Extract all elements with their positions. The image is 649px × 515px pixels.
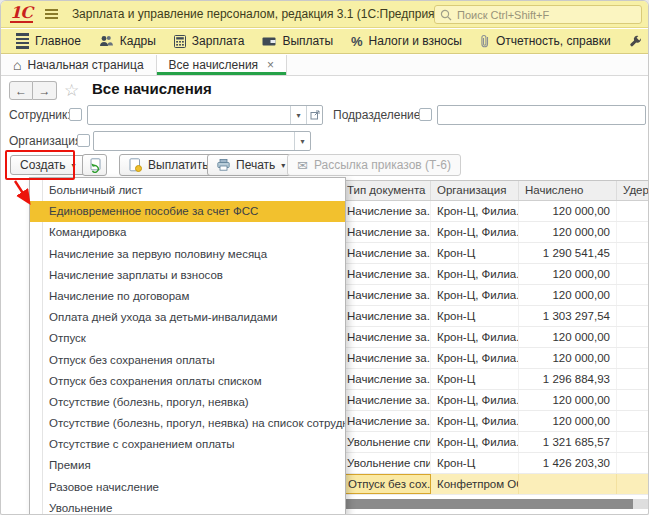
cell-organization: Крон-Ц, Филиа...	[431, 285, 519, 305]
mail-icon: ✉	[297, 158, 308, 173]
window-title: Зарплата и управление персоналом, редакц…	[72, 7, 458, 21]
open-item-icon[interactable]	[306, 106, 322, 124]
column-header-doc-type[interactable]: Тип документа	[341, 181, 431, 200]
create-menu-item[interactable]: Единовременное пособие за счет ФСС	[30, 201, 345, 222]
create-menu-item-label: Отпуск без сохранения оплаты	[49, 354, 215, 366]
cell-accrued	[519, 474, 617, 494]
department-checkbox[interactable]	[419, 108, 432, 121]
create-menu-item[interactable]: Увольнение	[30, 498, 345, 515]
create-menu-item[interactable]: Начисление за первую половину месяца	[30, 244, 345, 265]
create-dropdown-menu: Больничный лист Единовременное пособие з…	[29, 177, 346, 515]
organization-checkbox[interactable]	[77, 134, 90, 147]
scrollbar-thumb[interactable]	[346, 499, 633, 509]
create-menu-item[interactable]: Отсутствие (болезнь, прогул, неявка)	[30, 392, 345, 413]
pay-button[interactable]: Выплатить	[119, 154, 219, 176]
cell-doc-type: Начисление за...	[341, 285, 431, 305]
table-row[interactable]: Начисление за... Крон-Ц, Филиа... 120 00…	[341, 390, 649, 411]
department-combobox[interactable]	[437, 105, 646, 125]
create-menu-item[interactable]: Отсутствие с сохранением оплаты	[30, 434, 345, 455]
cell-organization: Крон-Ц, Филиа...	[431, 264, 519, 284]
create-menu-item[interactable]: Начисление по договорам	[30, 286, 345, 307]
chevron-down-icon[interactable]: ▾	[294, 132, 310, 150]
section-nalogi[interactable]: % Налоги и взносы	[342, 29, 471, 53]
create-menu-item[interactable]: Начисление зарплаты и взносов	[30, 265, 345, 286]
cell-accrued: 120 000,00	[519, 327, 617, 347]
main-menu-hamburger-icon[interactable]	[45, 9, 58, 19]
forward-button[interactable]: →	[33, 81, 57, 100]
chevron-down-icon: ▾	[281, 161, 285, 170]
cell-accrued: 1 321 685,57	[519, 432, 617, 452]
table-row[interactable]: Начисление за... Крон-Ц, Филиа... 120 00…	[341, 411, 649, 432]
cell-accrued: 120 000,00	[519, 201, 617, 221]
section-kadry[interactable]: Кадры	[90, 29, 165, 53]
column-header-withheld[interactable]: Удержано	[617, 181, 649, 200]
create-menu-item-label: Командировка	[49, 226, 126, 238]
close-tab-icon[interactable]: ×	[267, 58, 274, 72]
table-row[interactable]: Начисление за... Крон-Ц, Филиа... 120 00…	[341, 222, 649, 243]
percent-icon: %	[351, 34, 363, 49]
print-button[interactable]: Печать ▾	[207, 154, 295, 176]
table-row[interactable]: Начисление за... Крон-Ц 1 290 541,45	[341, 243, 649, 264]
chevron-down-icon[interactable]: ▾	[290, 106, 306, 124]
section-label: Налоги и взносы	[369, 34, 462, 48]
section-zarplata[interactable]: Зарплата	[165, 29, 254, 53]
employee-combobox[interactable]: ▾	[87, 105, 323, 125]
organization-combobox[interactable]: ▾	[93, 131, 311, 151]
create-menu-item[interactable]: Больничный лист	[30, 180, 345, 201]
create-menu-item-label: Оплата дней ухода за детьми-инвалидами	[49, 311, 277, 323]
title-bar: 1С Зарплата и управление персоналом, ред…	[1, 1, 648, 28]
search-placeholder: Поиск Ctrl+Shift+F	[457, 9, 549, 21]
create-menu-item-label: Единовременное пособие за счет ФСС	[49, 205, 258, 217]
cell-doc-type: Начисление за...	[341, 222, 431, 242]
table-row[interactable]: Начисление за... Крон-Ц, Филиа... 120 00…	[341, 285, 649, 306]
employee-checkbox[interactable]	[69, 108, 82, 121]
section-glavnoe[interactable]: Главное	[7, 29, 90, 53]
section-vyplaty[interactable]: Выплаты	[253, 29, 342, 53]
horizontal-scrollbar[interactable]	[346, 499, 649, 509]
table-row[interactable]: Начисление за... Крон-Ц, Филиа... 120 00…	[341, 201, 649, 222]
create-button[interactable]: Создать ▾	[10, 155, 86, 175]
create-menu-item[interactable]: Разовое начисление	[30, 477, 345, 498]
create-menu-item[interactable]: Отпуск без сохранения оплаты списком	[30, 371, 345, 392]
tab-all-accruals[interactable]: Все начисления ×	[156, 55, 288, 75]
table-header-row: Тип документа Организация Начислено Удер…	[341, 180, 649, 201]
section-nastroyka[interactable]: Настройка	[620, 29, 649, 53]
back-button[interactable]: ←	[9, 81, 33, 100]
create-menu-item-label: Отпуск без сохранения оплаты списком	[49, 375, 262, 387]
refresh-button[interactable]	[82, 154, 107, 176]
table-row[interactable]: Начисление за... Крон-Ц 1 303 297,54	[341, 306, 649, 327]
column-header-accrued[interactable]: Начислено	[519, 181, 617, 200]
cell-organization: Крон-Ц, Филиа...	[431, 432, 519, 452]
create-menu-item[interactable]: Премия	[30, 455, 345, 476]
table-row[interactable]: Начисление за... Крон-Ц, Филиа... 120 00…	[341, 264, 649, 285]
print-button-label: Печать	[236, 158, 275, 172]
create-menu-item[interactable]: Оплата дней ухода за детьми-инвалидами	[30, 307, 345, 328]
sections-menu-bar: Главное Кадры Зарплата Выплаты % Налоги …	[1, 29, 648, 54]
table-row[interactable]: Отпуск без сох... Конфетпром ООО	[341, 474, 649, 495]
cell-doc-type: Начисление за...	[341, 201, 431, 221]
table-row[interactable]: Увольнение спи... Крон-Ц, Филиа... 1 321…	[341, 432, 649, 453]
tab-home[interactable]: ⌂ Начальная страница	[1, 55, 156, 75]
cell-organization: Крон-Ц, Филиа...	[431, 222, 519, 242]
cell-organization: Крон-Ц	[431, 306, 519, 326]
create-menu-item[interactable]: Отпуск без сохранения оплаты	[30, 350, 345, 371]
create-menu-item-label: Премия	[49, 459, 91, 471]
cell-organization: Крон-Ц	[431, 369, 519, 389]
cell-withheld	[617, 432, 649, 452]
global-search-input[interactable]: Поиск Ctrl+Shift+F	[434, 5, 642, 24]
table-row[interactable]: Начисление за... Крон-Ц, Филиа... 120 00…	[341, 327, 649, 348]
table-row[interactable]: Начисление за... Крон-Ц 1 296 884,93	[341, 369, 649, 390]
section-otchetnost[interactable]: Отчетность, справки	[471, 29, 620, 53]
create-menu-item-label: Отсутствие (болезнь, прогул, неявка)	[49, 396, 249, 408]
favorite-star-icon[interactable]: ☆	[64, 80, 79, 101]
table-row[interactable]: Начисление за... Крон-Ц, Филиа... 120 00…	[341, 348, 649, 369]
cell-accrued: 1 303 297,54	[519, 306, 617, 326]
column-header-organization[interactable]: Организация	[431, 181, 519, 200]
cell-organization: Крон-Ц, Филиа...	[431, 327, 519, 347]
sections-icon	[16, 33, 29, 49]
create-menu-item[interactable]: Отсутствие (болезнь, прогул, неявка) на …	[30, 413, 345, 434]
table-row[interactable]: Увольнение спи... Крон-Ц 1 426 203,30	[341, 453, 649, 474]
create-menu-item[interactable]: Командировка	[30, 222, 345, 243]
create-menu-item[interactable]: Отпуск	[30, 328, 345, 349]
1c-logo-icon: 1С	[10, 5, 33, 23]
